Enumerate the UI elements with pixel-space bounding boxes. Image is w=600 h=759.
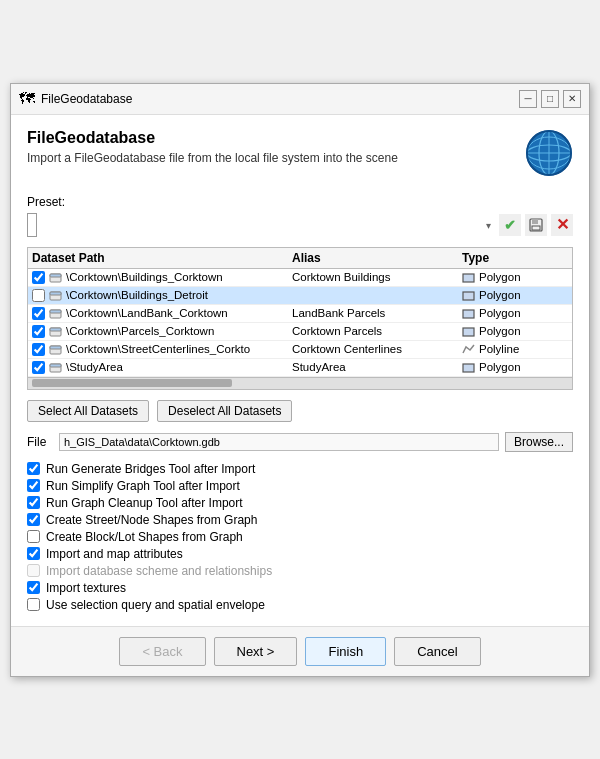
svg-rect-8 [532, 219, 538, 224]
option-label: Import and map attributes [46, 547, 183, 561]
table-header: Dataset Path Alias Type [28, 248, 572, 269]
db-icon [49, 325, 62, 338]
main-content: FileGeodatabase Import a FileGeodatabase… [11, 115, 589, 626]
option-checkbox-2[interactable] [27, 496, 40, 509]
preset-check-button[interactable]: ✔ [499, 214, 521, 236]
footer: < Back Next > Finish Cancel [11, 626, 589, 676]
svg-rect-14 [50, 292, 61, 295]
cancel-button[interactable]: Cancel [394, 637, 480, 666]
option-label: Use selection query and spatial envelope [46, 598, 265, 612]
dataset-path-cell: \Corktown\Buildings_Detroit [32, 289, 292, 302]
deselect-all-button[interactable]: Deselect All Datasets [157, 400, 292, 422]
option-checkbox-6 [27, 564, 40, 577]
dataset-path-text: \StudyArea [66, 361, 123, 373]
table-row[interactable]: \Corktown\Parcels_Corktown Corktown Parc… [28, 323, 572, 341]
option-row: Create Block/Lot Shapes from Graph [27, 530, 573, 544]
options-table: Run Generate Bridges Tool after Import R… [27, 462, 573, 612]
row-checkbox-5[interactable] [32, 361, 45, 374]
svg-rect-20 [50, 328, 61, 331]
option-row: Run Generate Bridges Tool after Import [27, 462, 573, 476]
table-row[interactable]: \Corktown\Buildings_Detroit Polygon [28, 287, 572, 305]
option-checkbox-7[interactable] [27, 581, 40, 594]
type-text: Polygon [479, 307, 521, 319]
svg-rect-11 [50, 274, 61, 277]
option-row: Import database scheme and relationships [27, 564, 573, 578]
db-icon [49, 361, 62, 374]
svg-rect-12 [463, 274, 474, 282]
app-icon: 🗺 [19, 90, 35, 108]
dataset-path-cell: \Corktown\Parcels_Corktown [32, 325, 292, 338]
row-checkbox-3[interactable] [32, 325, 45, 338]
db-icon [49, 289, 62, 302]
option-row: Create Street/Node Shapes from Graph [27, 513, 573, 527]
back-button[interactable]: < Back [119, 637, 205, 666]
polygon-type-icon [462, 289, 475, 302]
option-checkbox-0[interactable] [27, 462, 40, 475]
file-path-input[interactable] [59, 433, 499, 451]
table-row[interactable]: \Corktown\Buildings_Corktown Corktown Bu… [28, 269, 572, 287]
row-checkbox-2[interactable] [32, 307, 45, 320]
svg-rect-26 [463, 364, 474, 372]
option-checkbox-3[interactable] [27, 513, 40, 526]
polygon-type-icon [462, 325, 475, 338]
type-cell: Polygon [462, 307, 568, 320]
table-row[interactable]: \StudyArea StudyArea Polygon [28, 359, 572, 377]
dataset-table: Dataset Path Alias Type \Corktown\Buildi… [27, 247, 573, 390]
type-text: Polygon [479, 271, 521, 283]
alias-cell: Corktown Buildings [292, 271, 462, 283]
alias-cell: Corktown Centerlines [292, 343, 462, 355]
db-icon [49, 271, 62, 284]
svg-rect-15 [463, 292, 474, 300]
col-dataset-path: Dataset Path [32, 251, 292, 265]
table-row[interactable]: \Corktown\LandBank_Corktown LandBank Par… [28, 305, 572, 323]
row-checkbox-1[interactable] [32, 289, 45, 302]
preset-select[interactable] [27, 213, 37, 237]
option-checkbox-8[interactable] [27, 598, 40, 611]
dataset-btn-row: Select All Datasets Deselect All Dataset… [27, 400, 573, 422]
type-text: Polygon [479, 325, 521, 337]
option-row: Import and map attributes [27, 547, 573, 561]
option-label: Import textures [46, 581, 126, 595]
dataset-path-text: \Corktown\LandBank_Corktown [66, 307, 228, 319]
type-cell: Polygon [462, 361, 568, 374]
table-row[interactable]: \Corktown\StreetCenterlines_Corkto Corkt… [28, 341, 572, 359]
row-checkbox-0[interactable] [32, 271, 45, 284]
row-checkbox-4[interactable] [32, 343, 45, 356]
finish-button[interactable]: Finish [305, 637, 386, 666]
dataset-path-text: \Corktown\Parcels_Corktown [66, 325, 214, 337]
option-checkbox-4[interactable] [27, 530, 40, 543]
alias-cell: LandBank Parcels [292, 307, 462, 319]
svg-rect-18 [463, 310, 474, 318]
dataset-path-cell: \StudyArea [32, 361, 292, 374]
main-window: 🗺 FileGeodatabase ─ □ ✕ FileGeodatabase … [10, 83, 590, 677]
alias-cell: Corktown Parcels [292, 325, 462, 337]
option-label: Import database scheme and relationships [46, 564, 272, 578]
option-row: Use selection query and spatial envelope [27, 598, 573, 612]
browse-button[interactable]: Browse... [505, 432, 573, 452]
option-checkbox-5[interactable] [27, 547, 40, 560]
minimize-button[interactable]: ─ [519, 90, 537, 108]
header-text: FileGeodatabase Import a FileGeodatabase… [27, 129, 398, 165]
option-row: Run Simplify Graph Tool after Import [27, 479, 573, 493]
file-label: File [27, 435, 53, 449]
select-all-button[interactable]: Select All Datasets [27, 400, 149, 422]
option-checkbox-1[interactable] [27, 479, 40, 492]
option-label: Run Generate Bridges Tool after Import [46, 462, 255, 476]
type-text: Polygon [479, 361, 521, 373]
header-row: FileGeodatabase Import a FileGeodatabase… [27, 129, 573, 180]
polyline-type-icon [462, 343, 475, 356]
close-button[interactable]: ✕ [563, 90, 581, 108]
polygon-type-icon [462, 307, 475, 320]
next-button[interactable]: Next > [214, 637, 298, 666]
option-label: Run Simplify Graph Tool after Import [46, 479, 240, 493]
scrollbar-area[interactable] [28, 377, 572, 389]
window-title: FileGeodatabase [41, 92, 132, 106]
preset-delete-button[interactable]: ✕ [551, 214, 573, 236]
type-cell: Polygon [462, 271, 568, 284]
preset-label: Preset: [27, 195, 65, 209]
file-row: File Browse... [27, 432, 573, 452]
table-body: \Corktown\Buildings_Corktown Corktown Bu… [28, 269, 572, 377]
type-text: Polyline [479, 343, 519, 355]
preset-save-button[interactable] [525, 214, 547, 236]
maximize-button[interactable]: □ [541, 90, 559, 108]
